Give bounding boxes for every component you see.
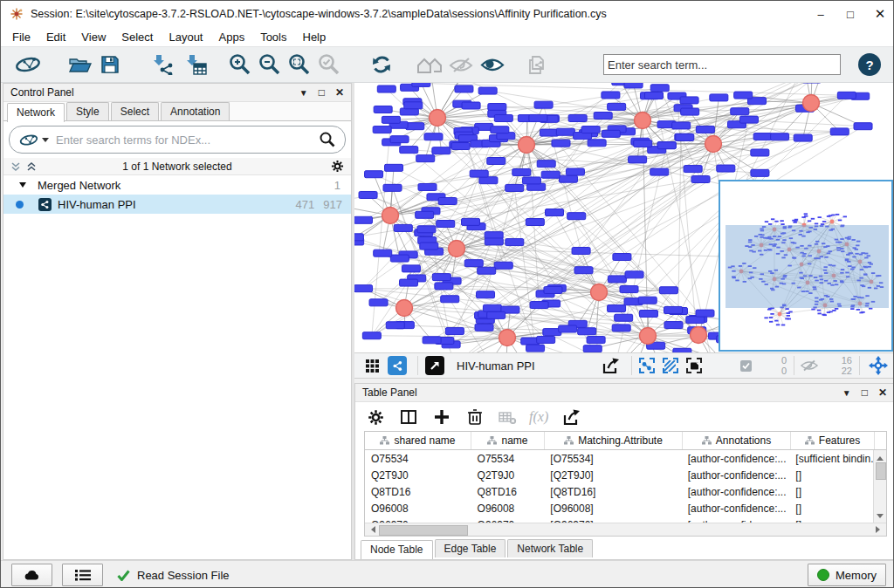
tab-annotation[interactable]: Annotation [161, 102, 230, 120]
table-cell: O96008 [365, 503, 471, 515]
success-check-icon [117, 570, 130, 581]
tab-node-table[interactable]: Node Table [361, 540, 433, 559]
table-row[interactable]: O75534O75534[O75534][author-confidence:.… [365, 450, 873, 467]
close-panel-icon[interactable]: ✕ [878, 386, 887, 399]
cloud-button[interactable] [11, 564, 52, 586]
show-columns-icon[interactable] [401, 409, 417, 425]
show-all-button[interactable] [479, 50, 505, 79]
tab-style[interactable]: Style [66, 102, 109, 120]
birds-eye-view[interactable] [719, 180, 893, 352]
collection-count: 1 [334, 179, 340, 192]
search-icon[interactable] [319, 131, 336, 148]
tab-network-table[interactable]: Network Table [507, 539, 593, 557]
export-table-icon[interactable] [562, 408, 581, 427]
task-history-button[interactable] [62, 564, 103, 586]
selected-edges-count: 0 [757, 366, 787, 376]
vertical-scrollbar[interactable] [873, 450, 886, 524]
birds-eye-toggle-icon[interactable] [869, 356, 888, 375]
column-header-annotations[interactable]: Annotations [683, 432, 791, 449]
tab-network[interactable]: Network [7, 103, 65, 122]
select-annotations-mode-icon[interactable] [686, 358, 702, 373]
tab-edge-table[interactable]: Edge Table [435, 539, 506, 557]
menu-view[interactable]: View [73, 29, 113, 45]
detach-view-icon[interactable] [425, 356, 444, 375]
cytoscape-logo-icon [13, 50, 43, 79]
table-tabs: Node TableEdge TableNetwork Table [357, 539, 593, 559]
network-view-icon[interactable] [388, 356, 407, 375]
table-cell: [] [789, 486, 873, 498]
collapse-arrow-icon[interactable] [19, 182, 26, 188]
memory-button[interactable]: Memory [808, 564, 886, 586]
delete-column-icon[interactable] [467, 408, 483, 426]
menu-select[interactable]: Select [113, 29, 161, 45]
table-cell: [] [789, 503, 873, 515]
network-canvas[interactable] [354, 83, 894, 352]
tab-select[interactable]: Select [111, 102, 159, 120]
float-panel-icon[interactable]: ▼ [299, 88, 308, 98]
import-network-button[interactable] [151, 50, 174, 79]
column-header-features[interactable]: Features [791, 432, 875, 449]
table-panel-header: Table Panel ▼ □ ✕ [355, 384, 894, 402]
zoom-out-button[interactable] [258, 50, 282, 79]
search-provider-icon[interactable] [18, 133, 39, 147]
gear-icon[interactable] [331, 160, 344, 173]
maximize-button[interactable]: □ [836, 2, 865, 26]
table-toolbar: f(x) [355, 402, 894, 432]
zoom-in-button[interactable] [228, 50, 252, 79]
menu-edit[interactable]: Edit [38, 29, 73, 45]
grid-view-icon[interactable] [366, 359, 379, 373]
save-session-button[interactable] [100, 50, 120, 79]
export-network-icon[interactable] [602, 357, 621, 375]
table-cell: [O75534] [544, 453, 681, 465]
hidden-count-icon [800, 359, 819, 372]
home-button[interactable] [416, 50, 443, 79]
table-cell: [O96008] [544, 503, 681, 515]
hide-selected-button[interactable] [448, 50, 474, 79]
column-header-name[interactable]: name [471, 432, 545, 449]
column-header-shared-name[interactable]: shared name [365, 432, 471, 449]
table-cell: [author-confidence:... [682, 453, 790, 465]
maximize-panel-icon[interactable]: □ [319, 86, 325, 99]
ndex-search-box [9, 126, 346, 154]
selected-nodes-count: 0 [757, 355, 787, 366]
maximize-panel-icon[interactable]: □ [862, 386, 868, 399]
table-header-row: shared namenameMatching.AttributeAnnotat… [365, 432, 886, 450]
menu-layout[interactable]: Layout [161, 29, 210, 45]
minimize-button[interactable]: – [806, 2, 836, 26]
select-edges-mode-icon[interactable] [663, 358, 678, 373]
menu-tools[interactable]: Tools [252, 29, 294, 45]
refresh-button[interactable] [371, 50, 392, 79]
table-cell: [sufficient bindin.. [789, 453, 873, 465]
select-nodes-mode-icon[interactable] [639, 358, 655, 373]
delete-table-icon[interactable] [499, 410, 517, 425]
function-builder-icon[interactable]: f(x) [529, 409, 548, 425]
close-button[interactable]: ✕ [865, 2, 894, 26]
ndex-search-input[interactable] [54, 133, 319, 147]
import-table-button[interactable] [184, 50, 207, 79]
table-row[interactable]: O96008O96008[O96008][author-confidence:.… [365, 500, 873, 516]
close-panel-icon[interactable]: ✕ [335, 86, 344, 99]
menu-apps[interactable]: Apps [211, 29, 253, 45]
birds-eye-minimap[interactable] [720, 181, 891, 350]
zoom-selected-button[interactable] [317, 50, 341, 79]
table-row[interactable]: Q2T9J0Q2T9J0[Q2T9J0][author-confidence:.… [365, 467, 873, 483]
clone-network-button[interactable] [525, 50, 549, 79]
tree-row-merged-network[interactable]: Merged Network 1 [3, 175, 351, 195]
table-settings-gear-icon[interactable] [368, 409, 384, 426]
column-label: shared name [394, 434, 455, 447]
menu-file[interactable]: File [4, 29, 38, 45]
search-input[interactable] [603, 54, 841, 75]
selection-status: 1 of 1 Network selected [3, 161, 351, 173]
chevron-down-icon[interactable] [42, 138, 49, 142]
tree-row-hiv-human-ppi[interactable]: HIV-human PPI 471 917 [3, 195, 351, 214]
menu-help[interactable]: Help [295, 29, 334, 45]
help-button[interactable]: ? [858, 53, 881, 76]
table-row[interactable]: Q8TD16Q8TD16[Q8TD16][author-confidence:.… [365, 483, 873, 500]
zoom-fit-button[interactable] [287, 50, 312, 79]
node-count: 471 [296, 198, 315, 211]
column-header-matching-attribute[interactable]: Matching.Attribute [545, 432, 683, 449]
add-column-icon[interactable] [434, 409, 450, 425]
open-file-button[interactable] [69, 50, 92, 79]
horizontal-scrollbar[interactable] [365, 523, 886, 536]
float-panel-icon[interactable]: ▼ [842, 388, 851, 398]
